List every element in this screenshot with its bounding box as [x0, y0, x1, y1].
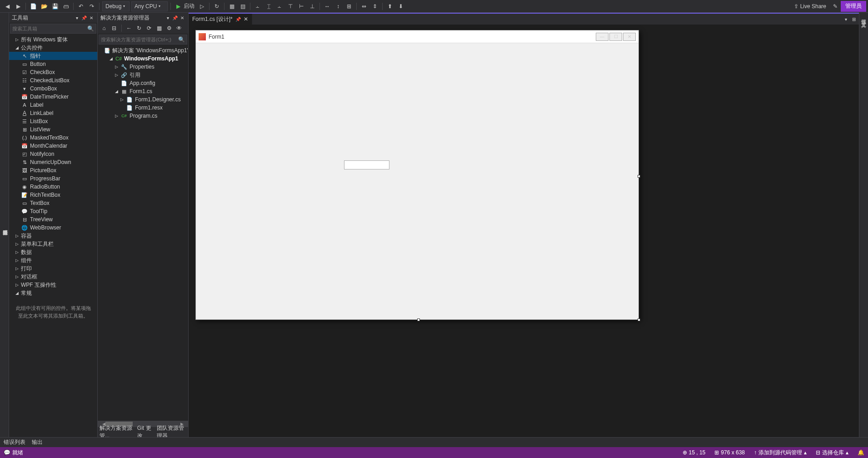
item-button[interactable]: ▭Button — [9, 60, 97, 68]
bring-front-icon[interactable]: ⬆ — [385, 1, 395, 11]
form1designer-node[interactable]: ▷📄Form1.Designer.cs — [98, 95, 188, 104]
tab-output[interactable]: 输出 — [32, 438, 43, 446]
group-components[interactable]: ▷组件 — [9, 256, 97, 264]
form-body[interactable] — [196, 43, 639, 319]
layout-icon-1[interactable]: ▦ — [227, 1, 237, 11]
tab-git[interactable]: Git 更改 — [137, 424, 152, 437]
toolbox-search[interactable]: 🔍 — [10, 24, 96, 34]
tab-close-icon[interactable]: ✕ — [244, 16, 248, 22]
nav-back-icon[interactable]: ◀ — [2, 1, 12, 11]
align-bottom-icon[interactable]: ⊥ — [307, 1, 317, 11]
group-common[interactable]: ◢公共控件 — [9, 44, 97, 52]
item-picturebox[interactable]: 🖼PictureBox — [9, 166, 97, 174]
send-back-icon[interactable]: ⬇ — [396, 1, 406, 11]
preview-icon[interactable]: 👁 — [175, 24, 184, 33]
item-progressbar[interactable]: ▭ProgressBar — [9, 174, 97, 183]
item-numericupdown[interactable]: ⇅NumericUpDown — [9, 158, 97, 166]
maximize-icon[interactable]: ☐ — [609, 33, 622, 41]
group-wpf[interactable]: ▷WPF 互操作性 — [9, 281, 97, 289]
sync-icon[interactable]: ↻ — [135, 24, 144, 33]
tab-form1-design[interactable]: Form1.cs [设计]* 📌 ✕ — [189, 14, 252, 25]
search-icon[interactable]: 🔍 — [178, 36, 185, 43]
solex-search-input[interactable] — [101, 37, 178, 42]
textbox-control[interactable] — [344, 160, 389, 169]
server-explorer-tab[interactable]: 服务器资源管理器 — [0, 13, 9, 437]
tab-solex[interactable]: 解决方案资源管... — [100, 424, 133, 437]
notification-icon[interactable]: 🔔 — [858, 449, 864, 456]
item-pointer[interactable]: ↖指针 — [9, 52, 97, 60]
item-webbrowser[interactable]: 🌐WebBrowser — [9, 224, 97, 232]
align-center-icon[interactable]: ⌶ — [264, 1, 274, 11]
item-combobox[interactable]: ▾ComboBox — [9, 85, 97, 93]
properties-icon[interactable]: ⚙ — [165, 24, 174, 33]
group-printing[interactable]: ▷打印 — [9, 264, 97, 273]
align-right-icon[interactable]: ⫠ — [274, 1, 284, 11]
close-icon[interactable]: ✕ — [623, 33, 636, 41]
item-tooltip[interactable]: 💬ToolTip — [9, 207, 97, 215]
refresh-icon[interactable]: ⟳ — [145, 24, 154, 33]
item-listbox[interactable]: ☰ListBox — [9, 117, 97, 125]
save-icon[interactable]: 💾 — [50, 1, 60, 11]
align-middle-icon[interactable]: ⊢ — [296, 1, 306, 11]
resize-handle-right[interactable] — [638, 175, 640, 178]
item-treeview[interactable]: ⊟TreeView — [9, 215, 97, 224]
form1cs-node[interactable]: ◢▦Form1.cs — [98, 87, 188, 95]
undo-icon[interactable]: ↶ — [76, 1, 86, 11]
project-node[interactable]: ◢C#WindowsFormsApp1 — [98, 55, 188, 63]
dropdown-icon[interactable]: ▾ — [165, 15, 171, 21]
group-all-forms[interactable]: ▷所有 Windows 窗体 — [9, 35, 97, 44]
config-dropdown[interactable]: Debug▾ — [102, 1, 130, 11]
nav-back-icon[interactable]: ← — [125, 24, 134, 33]
layout-icon-2[interactable]: ▤ — [238, 1, 248, 11]
tab-menu-icon[interactable]: ▾ — [843, 16, 849, 22]
form1-window[interactable]: Form1 — ☐ ✕ — [195, 30, 639, 320]
appconfig-node[interactable]: 📄App.config — [98, 79, 188, 87]
collapse-icon[interactable]: ⊟ — [110, 24, 119, 33]
resize-handle-bottom[interactable] — [417, 319, 420, 321]
platform-dropdown[interactable]: Any CPU▾ — [131, 1, 168, 11]
nav-fwd-icon[interactable]: ▶ — [13, 1, 23, 11]
solex-search[interactable]: 🔍 — [99, 35, 187, 45]
size-both-icon[interactable]: ⊞ — [344, 1, 354, 11]
item-radiobutton[interactable]: ◉RadioButton — [9, 183, 97, 191]
item-listview[interactable]: ⊞ListView — [9, 125, 97, 134]
item-datetimepicker[interactable]: 📅DateTimePicker — [9, 93, 97, 101]
start-icon[interactable]: ▶ — [173, 1, 183, 11]
tab-errorlist[interactable]: 错误列表 — [4, 438, 25, 446]
tab-fullscreen-icon[interactable]: ⊞ — [851, 16, 857, 22]
align-left-icon[interactable]: ⫠ — [253, 1, 263, 11]
item-checkbox[interactable]: ☑CheckBox — [9, 68, 97, 76]
size-width-icon[interactable]: ↔ — [322, 1, 332, 11]
group-data[interactable]: ▷数据 — [9, 248, 97, 256]
new-item-icon[interactable]: 📄 — [28, 1, 38, 11]
start-no-debug-icon[interactable]: ▷ — [197, 1, 207, 11]
minimize-icon[interactable]: — — [596, 33, 609, 41]
item-checkedlistbox[interactable]: ☷CheckedListBox — [9, 76, 97, 85]
close-icon[interactable]: ✕ — [88, 15, 95, 21]
status-select-repo[interactable]: ⊟ 选择仓库▴ — [816, 449, 848, 457]
pin-icon[interactable]: 📌 — [81, 15, 87, 21]
size-height-icon[interactable]: ↕ — [333, 1, 343, 11]
home-icon[interactable]: ⌂ — [100, 24, 109, 33]
start-label[interactable]: 启动 — [184, 2, 195, 10]
showall-icon[interactable]: ▦ — [155, 24, 164, 33]
form1resx-node[interactable]: 📄Form1.resx — [98, 104, 188, 112]
item-maskedtextbox[interactable]: (.)MaskedTextBox — [9, 134, 97, 142]
item-label[interactable]: ALabel — [9, 101, 97, 109]
close-icon[interactable]: ✕ — [179, 15, 185, 21]
feedback-icon[interactable]: ✎ — [830, 1, 840, 11]
vspace-icon[interactable]: ⇕ — [370, 1, 380, 11]
properties-node[interactable]: ▷🔧Properties — [98, 63, 188, 71]
dropdown-icon[interactable]: ▾ — [74, 15, 80, 21]
pin-icon[interactable]: 📌 — [172, 15, 178, 21]
tab-team[interactable]: 团队资源管理器 — [157, 424, 186, 437]
tab-pin-icon[interactable]: 📌 — [235, 17, 241, 22]
item-linklabel[interactable]: ALinkLabel — [9, 109, 97, 117]
toolbox-search-input[interactable] — [12, 26, 87, 31]
redo-icon[interactable]: ↷ — [87, 1, 97, 11]
item-textbox[interactable]: ▭TextBox — [9, 199, 97, 207]
open-icon[interactable]: 📂 — [39, 1, 49, 11]
group-containers[interactable]: ▷容器 — [9, 232, 97, 240]
admin-badge[interactable]: 管理员 — [841, 1, 866, 12]
group-dialogs[interactable]: ▷对话框 — [9, 273, 97, 281]
